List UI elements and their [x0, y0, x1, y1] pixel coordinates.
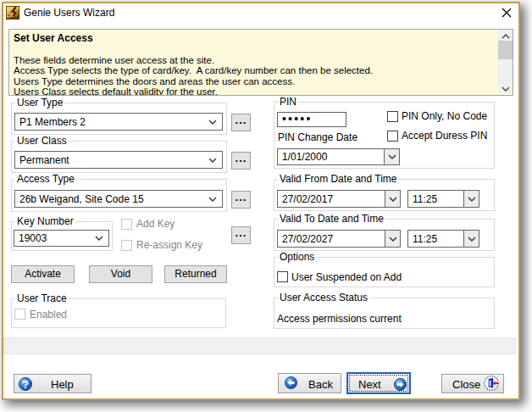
- svg-text:?: ?: [22, 378, 29, 391]
